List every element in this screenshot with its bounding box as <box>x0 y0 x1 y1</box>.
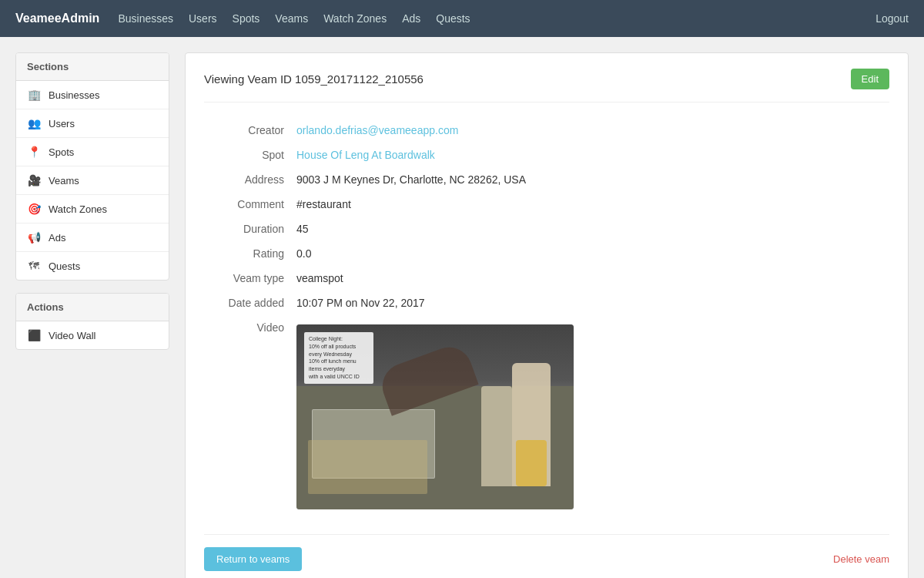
sidebar: Sections 🏢 Businesses 👥 Users 📍 Spots 🎥 … <box>15 52 169 578</box>
sidebar-item-users[interactable]: 👥 Users <box>16 109 169 138</box>
main-panel: Viewing Veam ID 1059_20171122_210556 Edi… <box>185 52 909 578</box>
videowall-icon: ⬛ <box>27 329 41 341</box>
spot-value: House Of Leng At Boardwalk <box>296 143 889 167</box>
date-added-value: 10:07 PM on Nov 22, 2017 <box>296 291 889 315</box>
page-content: Sections 🏢 Businesses 👥 Users 📍 Spots 🎥 … <box>0 37 924 578</box>
panel-title: Viewing Veam ID 1059_20171122_210556 <box>204 72 424 86</box>
ads-icon: 📢 <box>27 231 41 244</box>
rating-label: Rating <box>204 241 296 266</box>
nav-links: Businesses Users Spots Veams Watch Zones… <box>118 9 875 28</box>
nav-ads[interactable]: Ads <box>402 9 420 28</box>
sidebar-item-quests-label: Quests <box>49 260 80 272</box>
sidebar-item-users-label: Users <box>49 118 75 129</box>
comment-value: #restaurant <box>296 192 889 217</box>
sections-panel: Sections 🏢 Businesses 👥 Users 📍 Spots 🎥 … <box>15 52 169 281</box>
duration-row: Duration 45 <box>204 217 889 241</box>
sidebar-item-businesses-label: Businesses <box>49 89 99 101</box>
food-tray <box>308 440 427 494</box>
address-row: Address 9003 J M Keynes Dr, Charlotte, N… <box>204 167 889 192</box>
veam-type-value: veamspot <box>296 266 889 291</box>
comment-label: Comment <box>204 192 296 217</box>
video-scene: College Night: 10% off all products ever… <box>296 324 574 509</box>
rating-value: 0.0 <box>296 241 889 266</box>
watchzone-icon: 🎯 <box>27 203 41 215</box>
sidebar-item-watchzones-label: Watch Zones <box>49 203 107 215</box>
edit-button[interactable]: Edit <box>851 69 889 89</box>
food-in-bottle <box>516 440 547 486</box>
creator-value: orlando.defrias@veameeapp.com <box>296 118 889 143</box>
address-label: Address <box>204 167 296 192</box>
brand-logo: VeameeAdmin <box>15 12 99 25</box>
duration-value: 45 <box>296 217 889 241</box>
small-bottle <box>481 386 512 486</box>
sidebar-item-quests[interactable]: 🗺 Quests <box>16 252 169 280</box>
video-label: Video <box>204 315 296 516</box>
sidebar-item-ads-label: Ads <box>49 232 65 244</box>
veam-type-label: Veam type <box>204 266 296 291</box>
delete-veam-link[interactable]: Delete veam <box>833 553 889 565</box>
sidebar-item-videowall-label: Video Wall <box>49 330 95 341</box>
actions-panel: Actions ⬛ Video Wall <box>15 293 169 350</box>
promo-sign: College Night: 10% off all products ever… <box>304 332 373 384</box>
sidebar-item-videowall[interactable]: ⬛ Video Wall <box>16 321 169 349</box>
sections-header: Sections <box>16 53 169 81</box>
panel-footer: Return to veams Delete veam <box>204 534 889 571</box>
sidebar-item-businesses[interactable]: 🏢 Businesses <box>16 81 169 109</box>
nav-users[interactable]: Users <box>189 9 217 28</box>
nav-veams[interactable]: Veams <box>275 9 308 28</box>
building-icon: 🏢 <box>27 89 41 101</box>
nav-watchzones[interactable]: Watch Zones <box>323 9 387 28</box>
navbar: VeameeAdmin Businesses Users Spots Veams… <box>0 0 924 37</box>
users-icon: 👥 <box>27 117 41 129</box>
panel-header: Viewing Veam ID 1059_20171122_210556 Edi… <box>204 69 889 102</box>
sidebar-item-veams-label: Veams <box>49 175 79 187</box>
spot-link[interactable]: House Of Leng At Boardwalk <box>296 149 435 161</box>
creator-label: Creator <box>204 118 296 143</box>
video-thumbnail[interactable]: College Night: 10% off all products ever… <box>296 324 574 509</box>
sidebar-item-ads[interactable]: 📢 Ads <box>16 223 169 252</box>
detail-table: Creator orlando.defrias@veameeapp.com Sp… <box>204 118 889 516</box>
date-added-label: Date added <box>204 291 296 315</box>
rating-row: Rating 0.0 <box>204 241 889 266</box>
return-to-veams-button[interactable]: Return to veams <box>204 547 302 571</box>
sidebar-item-spots-label: Spots <box>49 146 74 158</box>
sidebar-item-spots[interactable]: 📍 Spots <box>16 138 169 166</box>
spot-row: Spot House Of Leng At Boardwalk <box>204 143 889 167</box>
pin-icon: 📍 <box>27 146 41 158</box>
address-value: 9003 J M Keynes Dr, Charlotte, NC 28262,… <box>296 167 889 192</box>
logout-button[interactable]: Logout <box>875 12 909 25</box>
spot-label: Spot <box>204 143 296 167</box>
actions-header: Actions <box>16 294 169 321</box>
nav-spots[interactable]: Spots <box>233 9 260 28</box>
video-row: Video <box>204 315 889 516</box>
sidebar-item-watchzones[interactable]: 🎯 Watch Zones <box>16 195 169 223</box>
creator-link[interactable]: orlando.defrias@veameeapp.com <box>296 124 458 136</box>
date-added-row: Date added 10:07 PM on Nov 22, 2017 <box>204 291 889 315</box>
video-container: College Night: 10% off all products ever… <box>296 324 889 509</box>
quests-icon: 🗺 <box>27 260 41 272</box>
nav-businesses[interactable]: Businesses <box>118 9 173 28</box>
video-icon: 🎥 <box>27 174 41 187</box>
duration-label: Duration <box>204 217 296 241</box>
comment-row: Comment #restaurant <box>204 192 889 217</box>
nav-quests[interactable]: Quests <box>436 9 470 28</box>
creator-row: Creator orlando.defrias@veameeapp.com <box>204 118 889 143</box>
video-value: College Night: 10% off all products ever… <box>296 315 889 516</box>
veam-type-row: Veam type veamspot <box>204 266 889 291</box>
sidebar-item-veams[interactable]: 🎥 Veams <box>16 166 169 195</box>
